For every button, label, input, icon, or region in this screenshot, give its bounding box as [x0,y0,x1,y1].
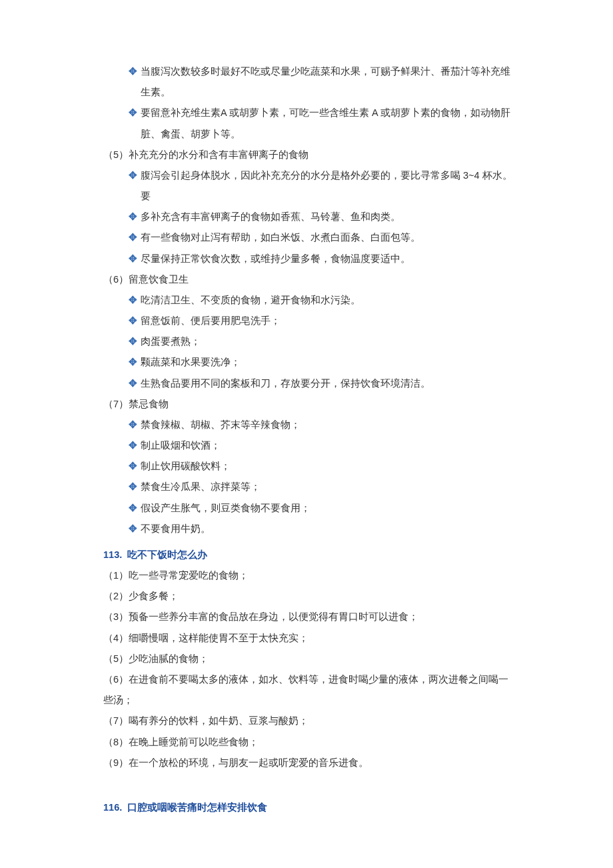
subsection-label: （5）补充充分的水分和含有丰富钾离子的食物 [103,145,513,165]
bullet-text: 腹泻会引起身体脱水，因此补充充分的水分是格外必要的，要比寻常多喝 3~4 杯水。… [141,170,512,201]
bullet-icon: ✥ [129,207,141,227]
bullet-item: ✥肉蛋要煮熟； [115,331,513,352]
bullet-icon: ✥ [129,165,141,186]
bullet-item: ✥腹泻会引起身体脱水，因此补充充分的水分是格外必要的，要比寻常多喝 3~4 杯水… [115,165,513,207]
bullet-item: ✥当腹泻次数较多时最好不吃或尽量少吃蔬菜和水果，可赐予鲜果汁、番茄汁等补充维生素… [115,61,513,103]
bullet-item: ✥禁食生冷瓜果、凉拌菜等； [115,477,513,497]
bullet-item: ✥制止吸烟和饮酒； [115,435,513,456]
ordered-item: （6）在进食前不要喝太多的液体，如水、饮料等，进食时喝少量的液体，两次进餐之间喝… [103,669,513,711]
bullet-icon: ✥ [129,477,141,497]
ordered-item: （5）少吃油腻的食物； [103,649,513,669]
ordered-item: （2）少食多餐； [103,586,513,607]
bullet-item: ✥要留意补充维生素A 或胡萝卜素，可吃一些含维生素 A 或胡萝卜素的食物，如动物… [115,103,513,144]
subsection-label: （7）禁忌食物 [103,394,513,415]
bullet-text: 有一些食物对止泻有帮助，如白米饭、水煮白面条、白面包等。 [141,232,420,243]
bullet-item: ✥假设产生胀气，则豆类食物不要食用； [115,498,513,519]
bullet-text: 要留意补充维生素A 或胡萝卜素，可吃一些含维生素 A 或胡萝卜素的食物，如动物肝… [141,107,510,139]
bullet-icon: ✥ [129,227,141,248]
bullet-text: 禁食生冷瓜果、凉拌菜等； [141,481,261,492]
bullet-icon: ✥ [129,331,141,352]
bullet-icon: ✥ [129,249,141,269]
bullet-text: 制止吸烟和饮酒； [141,440,221,451]
bullet-icon: ✥ [129,61,141,82]
bullet-icon: ✥ [129,290,141,311]
bullet-text: 不要食用牛奶。 [141,523,211,534]
ordered-item: （7）喝有养分的饮料，如牛奶、豆浆与酸奶； [103,711,513,731]
bullet-item: ✥留意饭前、便后要用肥皂洗手； [115,311,513,331]
blank-line [103,773,513,792]
bullet-text: 尽量保持正常饮食次数，或维持少量多餐，食物温度要适中。 [141,253,410,264]
bullet-text: 吃清洁卫生、不变质的食物，避开食物和水污染。 [141,295,360,305]
bullet-text: 生熟食品要用不同的案板和刀，存放要分开，保持饮食环境清洁。 [141,378,430,389]
subsection-label: （6）留意饮食卫生 [103,269,513,290]
bullet-text: 颗蔬菜和水果要洗净； [141,357,241,367]
ordered-item: （8）在晚上睡觉前可以吃些食物； [103,732,513,753]
bullet-item: ✥多补充含有丰富钾离子的食物如香蕉、马铃薯、鱼和肉类。 [115,207,513,227]
bullet-item: ✥颗蔬菜和水果要洗净； [115,352,513,373]
bullet-text: 肉蛋要煮熟； [141,336,201,347]
bullet-text: 假设产生胀气，则豆类食物不要食用； [141,503,310,513]
ordered-item: （3）预备一些养分丰富的食品放在身边，以便觉得有胃口时可以进食； [103,607,513,627]
bullet-icon: ✥ [129,352,141,373]
bullet-item: ✥生熟食品要用不同的案板和刀，存放要分开，保持饮食环境清洁。 [115,373,513,394]
heading-116-title: 口腔或咽喉苦痛时怎样安排饮食 [127,802,267,813]
document-page: ✥当腹泻次数较多时最好不吃或尽量少吃蔬菜和水果，可赐予鲜果汁、番茄汁等补充维生素… [0,0,613,868]
ordered-item: （9）在一个放松的环境，与朋友一起或听宠爱的音乐进食。 [103,753,513,773]
bullet-text: 留意饭前、便后要用肥皂洗手； [141,315,281,326]
ordered-item: （4）细嚼慢咽，这样能使胃不至于太快充实； [103,628,513,649]
bullet-item: ✥禁食辣椒、胡椒、芥末等辛辣食物； [115,415,513,435]
bullet-item: ✥吃清洁卫生、不变质的食物，避开食物和水污染。 [115,290,513,311]
bullet-icon: ✥ [129,103,141,123]
bullet-icon: ✥ [129,373,141,394]
bullet-icon: ✥ [129,456,141,477]
bullet-icon: ✥ [129,498,141,519]
heading-113-title: 吃不下饭时怎么办 [127,549,207,560]
bullet-text: 多补充含有丰富钾离子的食物如香蕉、马铃薯、鱼和肉类。 [141,211,400,222]
heading-116: 116.口腔或咽喉苦痛时怎样安排饮食 [103,797,513,818]
bullet-icon: ✥ [129,519,141,539]
bullet-item: ✥制止饮用碳酸饮料； [115,456,513,477]
bullet-text: 制止饮用碳酸饮料； [141,461,231,471]
bullet-icon: ✥ [129,311,141,331]
bullet-icon: ✥ [129,435,141,456]
bullet-item: ✥尽量保持正常饮食次数，或维持少量多餐，食物温度要适中。 [115,249,513,269]
heading-113: 113.吃不下饭时怎么办 [103,545,513,565]
bullet-text: 当腹泻次数较多时最好不吃或尽量少吃蔬菜和水果，可赐予鲜果汁、番茄汁等补充维生素。 [141,66,510,97]
ordered-item: （1）吃一些寻常宠爱吃的食物； [103,565,513,586]
bullet-item: ✥有一些食物对止泻有帮助，如白米饭、水煮白面条、白面包等。 [115,227,513,248]
heading-113-number: 113. [103,549,122,560]
bullet-text: 禁食辣椒、胡椒、芥末等辛辣食物； [141,419,301,430]
bullet-icon: ✥ [129,415,141,435]
bullet-item: ✥不要食用牛奶。 [115,519,513,539]
heading-116-number: 116. [103,802,122,813]
